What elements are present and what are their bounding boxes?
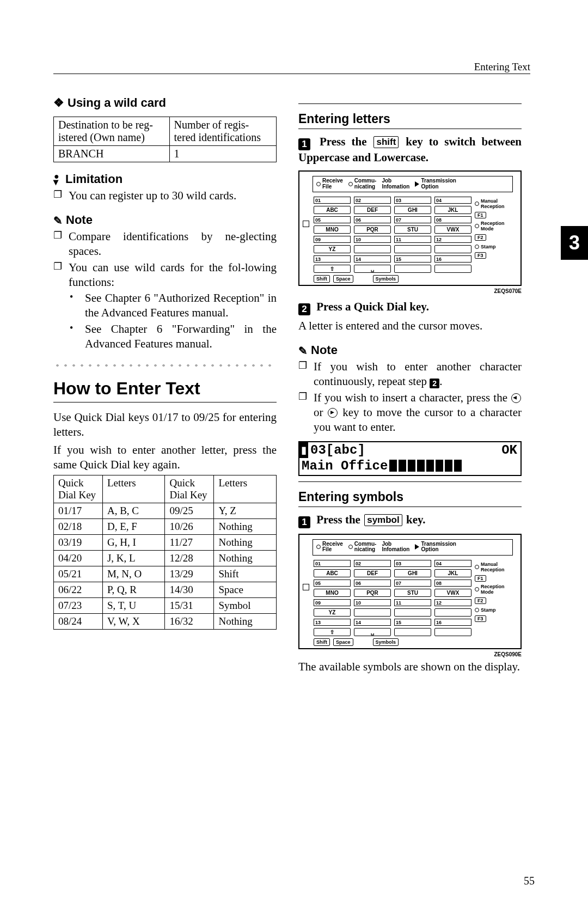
sym-step-1: 1 Press the symbol key. (298, 513, 522, 528)
cursor-icon: ▮ (299, 442, 308, 458)
heading-rule (53, 402, 277, 402)
table-cell: Nothing (214, 614, 277, 630)
table-cell: BRANCH (54, 146, 170, 162)
body-text: Use Quick Dial keys 01/17 to 09/25 for e… (53, 410, 277, 440)
table-header: Quick Dial Key (54, 475, 103, 503)
checkbox-icon: ❐ (53, 260, 63, 290)
table-cell: M, N, O (102, 566, 165, 582)
table-cell: 1 (169, 146, 276, 162)
table-cell: 02/18 (54, 519, 103, 535)
table-cell: A, B, C (102, 503, 165, 519)
diagram-code: ZEQS070E (298, 288, 522, 294)
table-cell: Nothing (214, 551, 277, 566)
letters-table: Quick Dial Key Letters Quick Dial Key Le… (53, 475, 277, 630)
checkbox-icon: ❐ (298, 391, 308, 435)
keycap-symbol: symbol (364, 514, 402, 526)
note-item-text: You can use wild cards for the fol-lowin… (69, 260, 277, 290)
body-text: A letter is entered and the cursor moves… (298, 319, 522, 333)
limitation-text: You can register up to 30 wild cards. (69, 188, 277, 203)
lcd-ok: OK (498, 442, 520, 458)
wildcard-table: Destination to be reg- istered (Own name… (53, 117, 277, 162)
bullet-icon: • (70, 322, 79, 351)
body-text: The available symbols are shown on the d… (298, 660, 522, 674)
checkbox-icon: ❐ (298, 359, 308, 389)
checkbox-icon: ❐ (53, 188, 63, 203)
note-icon: ✎ (298, 344, 308, 357)
table-cell: Nothing (214, 535, 277, 551)
entering-letters-heading: Entering letters (298, 112, 522, 126)
note-item-text: If you wish to enter another character c… (314, 359, 522, 389)
table-cell: Space (214, 582, 277, 598)
bullet-icon: • (70, 291, 79, 320)
diamond-icon: ❖ (53, 96, 64, 110)
how-to-heading: How to Enter Text (53, 379, 277, 399)
table-cell: Destination to be reg- istered (Own name… (54, 117, 170, 146)
table-cell: 12/28 (165, 551, 214, 566)
table-cell: Number of regis- tered identifications (169, 117, 276, 146)
rule (298, 507, 522, 507)
table-cell: G, H, I (102, 535, 165, 551)
page-number: 55 (524, 875, 535, 887)
table-cell: D, E, F (102, 519, 165, 535)
step-text: Press a Quick Dial key. (316, 300, 429, 313)
step-text: key. (403, 513, 426, 526)
keypad-diagram-1: Receive File Commu- nicating Job Infomat… (298, 170, 522, 294)
step-text: Press the (316, 513, 363, 526)
table-cell: 03/19 (54, 535, 103, 551)
table-header: Letters (214, 475, 277, 503)
table-cell: 15/31 (165, 598, 214, 614)
lcd-line1: 03[abc] (308, 442, 498, 458)
table-cell: 06/22 (54, 582, 103, 598)
table-cell: Shift (214, 566, 277, 582)
table-cell: 13/29 (165, 566, 214, 582)
table-cell: 08/24 (54, 614, 103, 630)
keypad-diagram-2: Receive File Commu- nicating Job Infomat… (298, 534, 522, 657)
lcd-display: ▮ 03[abc] OK Main Office (298, 441, 522, 476)
header-rule (53, 74, 530, 74)
page: Entering Text 3 55 ❖Using a wild card De… (0, 0, 588, 909)
step-number-icon: 2 (298, 303, 310, 315)
checkbox-icon: ❐ (53, 229, 63, 259)
step-text: Press the (320, 135, 372, 148)
table-cell: P, Q, R (102, 582, 165, 598)
step-ref-icon: 2 (430, 379, 439, 388)
table-header: Letters (102, 475, 165, 503)
lcd-line2: Main Office (302, 459, 388, 473)
side-tab: 3 (561, 226, 588, 260)
rule (298, 481, 522, 482)
step-number-icon: 1 (298, 516, 310, 528)
note-item-text: Compare identifications by ne-glecting s… (69, 229, 277, 259)
limitation-heading: Limitation (53, 172, 277, 186)
keycap-shift: shift (373, 136, 399, 148)
entering-symbols-heading: Entering symbols (298, 490, 522, 504)
note-heading: ✎ Note (298, 343, 522, 357)
table-cell: 05/21 (54, 566, 103, 582)
dot-divider (53, 362, 277, 369)
table-cell: 10/26 (165, 519, 214, 535)
table-cell: 09/25 (165, 503, 214, 519)
note-subitem-text: See Chapter 6 "Forwarding" in the Advanc… (85, 322, 277, 351)
table-cell: V, W, X (102, 614, 165, 630)
table-cell: 01/17 (54, 503, 103, 519)
step-1: 1 Press the shift key to switch between … (298, 135, 522, 165)
arrow-left-icon (511, 393, 521, 403)
table-cell: Symbol (214, 598, 277, 614)
table-header: Quick Dial Key (165, 475, 214, 503)
arrow-right-icon (328, 408, 338, 418)
table-cell: S, T, U (102, 598, 165, 614)
note-item-text: If you wish to insert a character, press… (314, 391, 522, 435)
table-cell: Nothing (214, 519, 277, 535)
table-cell: 04/20 (54, 551, 103, 566)
body-text: If you wish to enter another letter, pre… (53, 443, 277, 472)
table-cell: 07/23 (54, 598, 103, 614)
diagram-code: ZEQS090E (298, 651, 522, 657)
note-subitem-text: See Chapter 6 "Authorized Reception" in … (85, 291, 277, 320)
step-2: 2 Press a Quick Dial key. (298, 300, 522, 315)
rule (298, 129, 522, 129)
header-text: Entering Text (474, 61, 530, 73)
step-number-icon: 1 (298, 138, 310, 150)
table-cell: 16/32 (165, 614, 214, 630)
table-cell: 11/27 (165, 535, 214, 551)
note-icon: ✎ (53, 214, 63, 227)
left-column: ❖Using a wild card Destination to be reg… (53, 93, 277, 677)
